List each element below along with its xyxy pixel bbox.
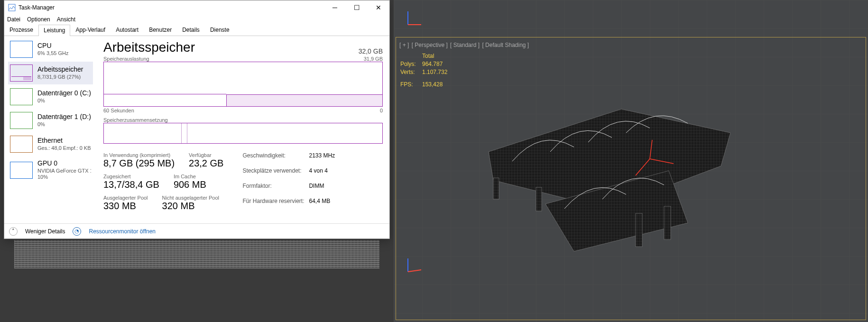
fewer-details-link[interactable]: Weniger Details	[25, 228, 65, 235]
sidebar-disk1-sub: 0%	[37, 121, 91, 128]
close-button[interactable]: ✕	[368, 0, 389, 15]
disk1-thumb-icon	[10, 112, 33, 129]
svg-rect-7	[536, 187, 542, 211]
background-noise	[14, 240, 379, 268]
menu-file[interactable]: Datei	[7, 16, 20, 23]
viewport-menu-view[interactable]: [ Perspective ]	[412, 42, 448, 48]
sidebar-gpu-title: GPU 0	[37, 159, 91, 168]
viewport-statistics: Total Polys:964.787 Verts:1.107.732 FPS:…	[400, 52, 447, 89]
menubar: Datei Optionen Ansicht	[4, 15, 389, 24]
sidebar-item-disk1[interactable]: Datenträger 1 (D:) 0%	[8, 109, 93, 132]
maximize-button[interactable]: ☐	[346, 0, 368, 15]
svg-rect-9	[664, 206, 671, 239]
titlebar[interactable]: Task-Manager ─ ☐ ✕	[4, 0, 389, 15]
sidebar-item-ethernet[interactable]: Ethernet Ges.: 48,0 Empf.: 0 KBit/s	[8, 133, 93, 156]
cpu-thumb-icon	[10, 41, 33, 58]
stat-paged-pool: Ausgelagerter Pool 330 MB	[103, 195, 148, 212]
graph-label: Speicherauslastung	[103, 56, 149, 62]
svg-rect-8	[636, 213, 642, 247]
viewport-header[interactable]: [ + ] [ Perspective ] [ Standard ] [ Def…	[399, 42, 530, 48]
tab-apphistory[interactable]: App-Verlauf	[70, 24, 111, 36]
resmon-icon: ◔	[73, 227, 81, 236]
memory-detail-pane: Arbeitsspeicher 32,0 GB Speicherauslastu…	[97, 36, 389, 223]
footer: ˄ Weniger Details ◔ Ressourcenmonitor öf…	[4, 223, 389, 239]
sidebar-eth-sub: Ges.: 48,0 Empf.: 0 KBit/s	[37, 145, 91, 152]
viewport-menu-render[interactable]: [ Standard ]	[450, 42, 480, 48]
graph-max: 31,9 GB	[364, 56, 383, 62]
minimize-button[interactable]: ─	[324, 0, 346, 15]
svg-line-14	[408, 270, 421, 272]
axis-left: 60 Sekunden	[103, 108, 134, 113]
sidebar-disk0-title: Datenträger 0 (C:)	[37, 89, 91, 98]
axis-gizmo-bottom-icon[interactable]	[405, 256, 424, 275]
sidebar-mem-sub: 8,7/31,9 GB (27%)	[37, 74, 83, 81]
sidebar-mem-title: Arbeitsspeicher	[37, 65, 83, 74]
3d-viewport[interactable]: [ + ] [ Perspective ] [ Standard ] [ Def…	[394, 0, 868, 322]
app-icon	[8, 4, 16, 11]
tab-details[interactable]: Details	[177, 24, 205, 36]
sidebar-item-cpu[interactable]: CPU 6% 3,55 GHz	[8, 38, 93, 61]
viewport-menu-plus[interactable]: [ + ]	[399, 42, 409, 48]
disk0-thumb-icon	[10, 88, 33, 105]
chevron-up-icon[interactable]: ˄	[9, 227, 18, 236]
axis-gizmo-icon[interactable]	[405, 9, 424, 28]
sidebar-gpu-sub2: 10%	[37, 174, 91, 181]
tab-services[interactable]: Dienste	[205, 24, 235, 36]
open-resmon-link[interactable]: Ressourcenmonitor öffnen	[89, 228, 156, 235]
sidebar-disk0-sub: 0%	[37, 98, 91, 104]
svg-rect-6	[493, 178, 499, 199]
stat-available: Verfügbar 23,2 GB	[189, 152, 223, 169]
sidebar-gpu-sub1: NVIDIA GeForce GTX 107	[37, 168, 91, 175]
tab-users[interactable]: Benutzer	[144, 24, 177, 36]
stat-committed: Zugesichert 13,7/38,4 GB	[103, 174, 159, 190]
sidebar-item-gpu0[interactable]: GPU 0 NVIDIA GeForce GTX 107 10%	[8, 156, 93, 184]
task-manager-window: Task-Manager ─ ☐ ✕ Datei Optionen Ansich…	[4, 0, 390, 239]
composition-label: Speicherzusammensetzung	[103, 117, 168, 123]
tab-performance[interactable]: Leistung	[38, 25, 70, 36]
viewport-menu-shading[interactable]: [ Default Shading ]	[482, 42, 529, 48]
axis-right: 0	[380, 108, 383, 113]
tab-startup[interactable]: Autostart	[111, 24, 144, 36]
memory-properties-table: Geschwindigkeit:2133 MHz Steckplätze ver…	[242, 152, 335, 212]
stat-cached: Im Cache 906 MB	[174, 174, 206, 190]
sidebar-eth-title: Ethernet	[37, 137, 91, 145]
sidebar-cpu-title: CPU	[37, 42, 68, 50]
sidebar-disk1-title: Datenträger 1 (D:)	[37, 113, 91, 121]
menu-options[interactable]: Optionen	[27, 16, 50, 23]
sidebar-item-memory[interactable]: Arbeitsspeicher 8,7/31,9 GB (27%)	[8, 62, 93, 84]
memory-thumb-icon	[10, 64, 33, 82]
sidebar-item-disk0[interactable]: Datenträger 0 (C:) 0%	[8, 85, 93, 108]
performance-sidebar: CPU 6% 3,55 GHz Arbeitsspeicher 8,7/31,9…	[4, 36, 97, 223]
tab-bar: Prozesse Leistung App-Verlauf Autostart …	[4, 24, 389, 36]
ethernet-thumb-icon	[10, 136, 33, 153]
memory-composition-bar	[103, 123, 383, 144]
stat-in-use: In Verwendung (komprimiert) 8,7 GB (295 …	[103, 152, 175, 169]
menu-view[interactable]: Ansicht	[57, 16, 75, 23]
window-title: Task-Manager	[18, 4, 324, 11]
page-title: Arbeitsspeicher	[103, 40, 195, 55]
scene-mesh[interactable]	[465, 81, 730, 270]
gpu-thumb-icon	[10, 162, 33, 179]
tab-processes[interactable]: Prozesse	[4, 24, 38, 36]
sidebar-cpu-sub: 6% 3,55 GHz	[37, 50, 68, 57]
stat-nonpaged-pool: Nicht ausgelagerter Pool 320 MB	[162, 195, 219, 212]
memory-usage-graph	[103, 62, 383, 107]
memory-capacity: 32,0 GB	[359, 47, 383, 55]
